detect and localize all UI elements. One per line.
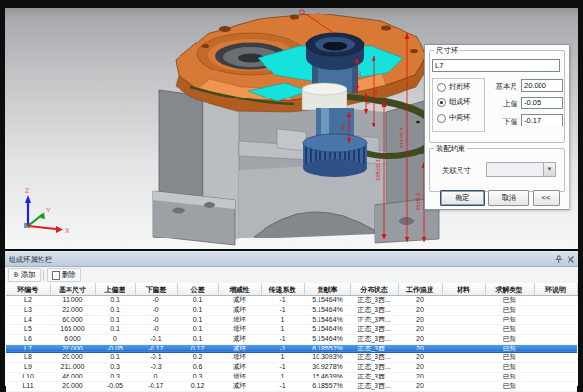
collapse-button[interactable]: <<	[533, 190, 560, 206]
ok-button[interactable]: 确定	[440, 190, 485, 206]
lower-deviation-label: 下偏	[483, 117, 517, 126]
panel-toolbar: ⊕ 添加 删除	[5, 267, 578, 284]
dim-label: 6	[365, 101, 371, 104]
radio-label: 组成环	[449, 98, 471, 107]
housing-body	[153, 90, 439, 245]
table-row[interactable]: L322.0000.1-00.1减环-15.15464%正态_3西...20已知	[6, 305, 577, 315]
cancel-button[interactable]: 取消	[488, 190, 529, 206]
column-header[interactable]: 分布状态	[350, 283, 398, 296]
dim-label: 46±0.3	[415, 192, 421, 210]
table-row[interactable]: L1046.0000.300.3增环115.4639%正态_3西...20已知	[6, 373, 577, 382]
dimension-leader-circle	[300, 10, 304, 14]
basic-size-label: 基本尺	[483, 82, 517, 92]
panel-title-bar[interactable]: 组成环属性栏	[5, 252, 578, 267]
ring-type-radio-option[interactable]: 组成环	[433, 95, 484, 110]
associated-dimension-label: 关联尺寸	[429, 166, 471, 176]
toolbar-separator	[43, 270, 44, 281]
column-header[interactable]: 传递系数	[261, 283, 304, 296]
ring-table: 环编号基本尺寸上偏差下偏差公差增减性传递系数贡献率分布状态工作温度材料求解类型环…	[6, 283, 578, 392]
ring-type-radio-option[interactable]: 封闭环	[433, 79, 484, 95]
x-axis	[28, 226, 56, 229]
y-axis-label: Y	[46, 207, 51, 213]
column-header[interactable]: 求解类型	[485, 283, 534, 296]
table-header-row: 环编号基本尺寸上偏差下偏差公差增减性传递系数贡献率分布状态工作温度材料求解类型环…	[6, 283, 577, 296]
bearing	[306, 33, 364, 70]
add-button[interactable]: ⊕ 添加	[8, 268, 41, 282]
radio-label: 封闭环	[449, 82, 471, 92]
radio-icon[interactable]	[437, 114, 446, 123]
gear	[303, 134, 367, 177]
table-row[interactable]: L820.0000.1-0.10.2增环110.3093%正态_3西...20已…	[6, 353, 577, 363]
column-header[interactable]: 基本尺寸	[50, 283, 95, 296]
radio-icon[interactable]	[437, 98, 446, 107]
component-ring-property-panel: 组成环属性栏 ⊕ 添加 删除 环编号基本尺寸上偏差下偏	[5, 251, 578, 386]
delete-button[interactable]: 删除	[47, 268, 81, 282]
pin-icon[interactable]	[554, 255, 563, 264]
axis-triad: Z Y X	[24, 187, 69, 234]
x-axis-label: X	[65, 227, 69, 234]
add-icon: ⊕	[13, 271, 19, 279]
panel-title: 组成环属性栏	[9, 255, 52, 264]
column-header[interactable]: 贡献率	[304, 283, 350, 296]
column-header[interactable]: 公差	[177, 283, 218, 296]
dim-label: 60	[341, 125, 347, 130]
ring-type-radio-group: 封闭环组成环中间环	[432, 78, 485, 132]
z-axis-label: Z	[25, 187, 30, 194]
application-window: 20 6 22 60 165±0.1 211±0.3 46±0.3	[0, 0, 583, 392]
ring-name-input[interactable]: L7	[432, 59, 560, 72]
ring-type-radio-option[interactable]: 中间环	[433, 110, 484, 126]
upper-deviation-input[interactable]: -0.05	[521, 97, 563, 109]
shaft-assembly	[302, 33, 367, 177]
table-row[interactable]: L460.0000.1-00.1增环15.15464%正态_3西...20已知	[6, 315, 577, 324]
table-row[interactable]: L720.000-0.05-0.170.12减环-16.18557%正态_3西.…	[6, 344, 577, 353]
associated-dimension-select[interactable]: ▼	[486, 162, 556, 177]
column-header[interactable]: 工作温度	[398, 283, 442, 296]
chevron-down-icon[interactable]: ▼	[543, 163, 555, 176]
column-header[interactable]: 环说明	[534, 283, 577, 296]
lower-deviation-input[interactable]: -0.17	[521, 114, 563, 126]
column-header[interactable]: 上偏差	[95, 283, 135, 296]
ring-group-title: 尺寸环	[434, 46, 460, 56]
close-icon[interactable]	[567, 255, 575, 264]
table-row[interactable]: L5165.0000.1-00.1增环15.15464%正态_3西...20已知	[6, 324, 577, 334]
table-row[interactable]: L9211.0000.3-0.30.6减环-130.9278%正态_3西...2…	[6, 363, 577, 373]
dim-label: 211±0.3	[399, 127, 404, 149]
dimension-ring-dialog: 尺寸环 L7 封闭环组成环中间环 基本尺 20.000 上偏 -0.05 下偏 …	[424, 44, 569, 210]
dim-label: 20	[356, 71, 362, 77]
y-axis	[28, 214, 42, 226]
radio-icon[interactable]	[437, 83, 446, 92]
assembly-constraint-title: 装配约束	[434, 144, 467, 154]
column-header[interactable]: 下偏差	[135, 283, 177, 296]
column-header[interactable]: 环编号	[6, 283, 50, 296]
upper-deviation-label: 上偏	[483, 99, 517, 109]
dim-label: 22	[373, 89, 378, 95]
dim-label: 165±0.1	[375, 159, 381, 181]
basic-size-input[interactable]: 20.000	[521, 79, 563, 92]
table-row[interactable]: L66.0000-0.10.1减环-15.15464%正态_3西...20已知	[6, 334, 577, 344]
delete-icon	[52, 271, 60, 280]
table-row[interactable]: L1120.000-0.05-0.170.12减环-16.18557%正态_3西…	[6, 382, 577, 392]
column-header[interactable]: 增减性	[218, 283, 261, 296]
table-row[interactable]: L211.0000.1-00.1减环-15.15464%正态_3西...20已知	[6, 296, 577, 306]
column-header[interactable]: 材料	[442, 283, 485, 296]
radio-label: 中间环	[449, 113, 471, 123]
